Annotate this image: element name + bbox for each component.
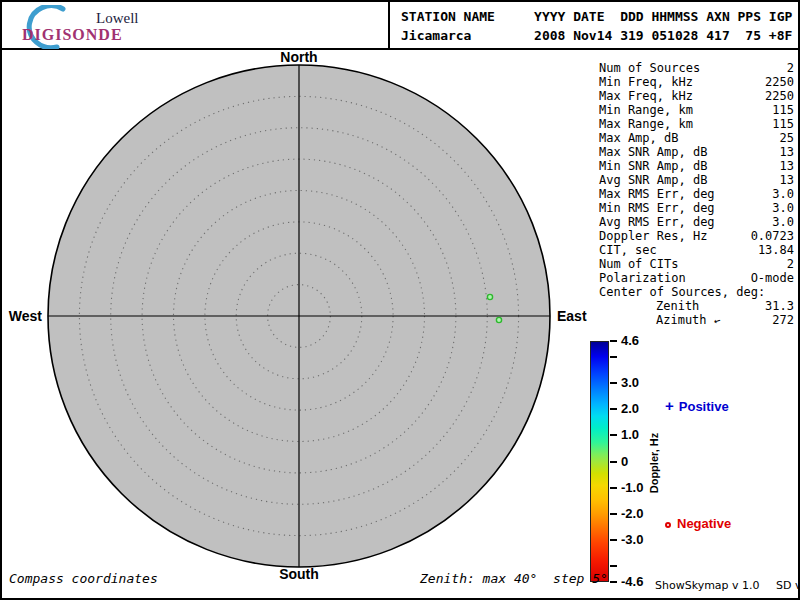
stats-row-value: 3.0: [772, 215, 794, 229]
version-text: ShowSkymap v 1.0 SD v 4.2: [655, 579, 800, 592]
compass-label-south: South: [259, 566, 339, 582]
compass-label-north: North: [259, 49, 339, 65]
stats-row-label: Max RMS Err, deg: [599, 187, 715, 201]
colorbar-tick-label: 3.0: [621, 375, 639, 390]
stats-row-label: Min RMS Err, deg: [599, 201, 715, 215]
colorbar-tick-label: 0: [621, 454, 628, 469]
header-bar: Lowell DIGISONDE STATION NAME YYYY DATE …: [2, 2, 798, 50]
stats-row-value: 0.0723: [751, 229, 794, 243]
legend-negative: Negative: [665, 516, 731, 531]
stats-row: Max Freq, kHz2250: [599, 89, 794, 103]
stats-row: Center of Sources, deg:: [599, 285, 794, 299]
colorbar-tick: [610, 461, 617, 463]
colorbar-minor-tick: [610, 356, 617, 358]
stats-row: Max RMS Err, deg3.0: [599, 187, 794, 201]
doppler-colorbar: 4.63.02.01.00-1.0-2.0-3.0-4.6: [590, 341, 609, 582]
stats-row: PolarizationO-mode: [599, 271, 794, 285]
stats-row-label: Azimuth←: [599, 313, 720, 327]
measurement-stats-panel: Num of Sources2Min Freq, kHz2250Max Freq…: [599, 61, 794, 327]
legend-positive: +Positive: [665, 397, 729, 414]
stats-row-value: 2: [787, 257, 794, 271]
stats-row: Max Range, km115: [599, 117, 794, 131]
compass-label-east: East: [557, 308, 601, 324]
colorbar-tick: [610, 408, 617, 410]
stats-row-value: 3.0: [772, 187, 794, 201]
stats-row-label: Max SNR Amp, dB: [599, 145, 707, 159]
stats-row: Min RMS Err, deg3.0: [599, 201, 794, 215]
stats-row: Num of CITs2: [599, 257, 794, 271]
colorbar-tick-label: 4.6: [621, 333, 639, 348]
colorbar-tick: [610, 340, 617, 342]
zenith-scale-note: Zenith: max 40° step 5°: [420, 571, 608, 586]
stats-row-label: Num of CITs: [599, 257, 678, 271]
stats-row-value: 2250: [765, 89, 794, 103]
colorbar-bar: [590, 341, 609, 582]
skymap-plot: [2, 50, 602, 600]
stats-row-value: 13: [780, 145, 794, 159]
colorbar-tick-label: -3.0: [621, 532, 643, 547]
station-header-columns: STATION NAME YYYY DATE DDD HHMMSS AXN PP…: [401, 7, 792, 26]
colorbar-tick: [610, 434, 617, 436]
version-showskymap: ShowSkymap v 1.0: [655, 579, 760, 592]
stats-row-label: CIT, sec: [599, 243, 657, 257]
station-header: STATION NAME YYYY DATE DDD HHMMSS AXN PP…: [401, 7, 792, 45]
colorbar-minor-tick: [610, 565, 617, 567]
stats-row: Min Freq, kHz2250: [599, 75, 794, 89]
stats-row: Avg SNR Amp, dB13: [599, 173, 794, 187]
azimuth-direction-arrow: ←: [712, 313, 723, 328]
stats-row-label: Min SNR Amp, dB: [599, 159, 707, 173]
lowell-digisonde-logo: Lowell DIGISONDE: [18, 4, 178, 48]
circle-icon: [665, 522, 671, 528]
stats-row-value: 13: [780, 159, 794, 173]
stats-row: CIT, sec13.84: [599, 243, 794, 257]
stats-row-value: 25: [780, 131, 794, 145]
colorbar-tick: [610, 513, 617, 515]
colorbar-title: Doppler, Hz: [648, 423, 660, 503]
colorbar-tick-label: 1.0: [621, 427, 639, 442]
stats-row: Azimuth←272: [599, 313, 794, 327]
stats-row: Max SNR Amp, dB13: [599, 145, 794, 159]
plus-icon: +: [665, 397, 674, 414]
stats-row: Max Amp, dB25: [599, 131, 794, 145]
logo-text-lowell: Lowell: [96, 10, 139, 27]
stats-row-label: Max Range, km: [599, 117, 693, 131]
stats-row: Min SNR Amp, dB13: [599, 159, 794, 173]
stats-row: Doppler Res, Hz0.0723: [599, 229, 794, 243]
skymap-source-point: [496, 317, 501, 322]
stats-row: Num of Sources2: [599, 61, 794, 75]
colorbar-tick: [610, 487, 617, 489]
colorbar-tick-label: -2.0: [621, 506, 643, 521]
station-header-values: Jicamarca 2008 Nov14 319 051028 417 75 +…: [401, 26, 792, 45]
stats-row-label: Min Range, km: [599, 103, 693, 117]
showskymap-window: Lowell DIGISONDE STATION NAME YYYY DATE …: [0, 0, 800, 600]
legend-negative-label: Negative: [677, 516, 731, 531]
stats-row: Zenith31.3: [599, 299, 794, 313]
stats-row-value: 115: [772, 103, 794, 117]
stats-row-value: 2: [787, 61, 794, 75]
stats-row-value: O-mode: [751, 271, 794, 285]
stats-row-value: 115: [772, 117, 794, 131]
coordinates-note: Compass coordinates: [9, 571, 158, 586]
stats-row-label: Avg SNR Amp, dB: [599, 173, 707, 187]
compass-label-west: West: [4, 308, 42, 324]
stats-row-value: 13.84: [758, 243, 794, 257]
stats-row: Min Range, km115: [599, 103, 794, 117]
stats-row-value: 31.3: [765, 299, 794, 313]
stats-row-label: Center of Sources, deg:: [599, 285, 765, 299]
version-sd: SD v 4.2: [776, 579, 800, 592]
header-divider: [388, 2, 390, 48]
skymap-source-point: [487, 294, 492, 299]
colorbar-tick: [610, 382, 617, 384]
stats-row-value: 2250: [765, 75, 794, 89]
colorbar-tick: [610, 581, 617, 583]
colorbar-tick-label: -4.6: [621, 574, 643, 589]
stats-row-label: Avg RMS Err, deg: [599, 215, 715, 229]
legend-positive-label: Positive: [679, 399, 729, 414]
stats-row-label: Max Amp, dB: [599, 131, 678, 145]
colorbar-tick-label: -1.0: [621, 480, 643, 495]
stats-row-value: 13: [780, 173, 794, 187]
stats-row-label: Zenith: [599, 299, 699, 313]
stats-row-value: 3.0: [772, 201, 794, 215]
logo-text-digisonde: DIGISONDE: [22, 26, 123, 44]
stats-row-label: Doppler Res, Hz: [599, 229, 707, 243]
